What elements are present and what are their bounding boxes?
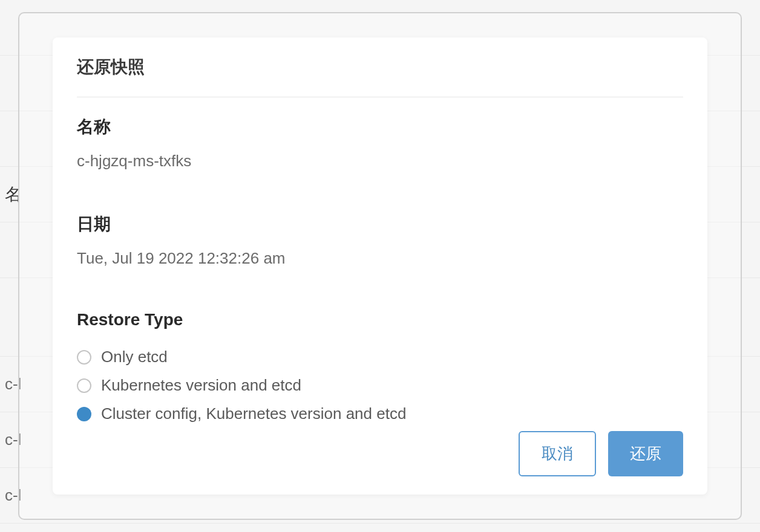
radio-icon-selected bbox=[77, 407, 91, 421]
radio-label: Kubernetes version and etcd bbox=[101, 376, 301, 395]
restore-type-section: Restore Type Only etcd Kubernetes versio… bbox=[77, 310, 683, 428]
modal-title: 还原快照 bbox=[77, 56, 683, 97]
radio-label: Only etcd bbox=[101, 348, 168, 366]
date-label: 日期 bbox=[77, 213, 683, 236]
radio-icon bbox=[77, 350, 91, 365]
restore-type-label: Restore Type bbox=[77, 310, 683, 329]
bg-row: c-hjgzq-rs-nwgm bbox=[0, 524, 760, 532]
radio-label: Cluster config, Kubernetes version and e… bbox=[101, 404, 406, 423]
cancel-button[interactable]: 取消 bbox=[519, 431, 596, 476]
name-label: 名称 bbox=[77, 115, 683, 138]
modal-footer: 取消 还原 bbox=[519, 431, 683, 476]
date-value: Tue, Jul 19 2022 12:32:26 am bbox=[77, 249, 683, 268]
restore-snapshot-modal: 还原快照 名称 c-hjgzq-ms-txfks 日期 Tue, Jul 19 … bbox=[53, 37, 707, 495]
restore-button[interactable]: 还原 bbox=[608, 431, 683, 476]
name-section: 名称 c-hjgzq-ms-txfks bbox=[77, 115, 683, 170]
date-section: 日期 Tue, Jul 19 2022 12:32:26 am bbox=[77, 213, 683, 268]
name-value: c-hjgzq-ms-txfks bbox=[77, 152, 683, 170]
radio-option-cluster-k8s-etcd[interactable]: Cluster config, Kubernetes version and e… bbox=[77, 400, 683, 428]
radio-option-k8s-etcd[interactable]: Kubernetes version and etcd bbox=[77, 371, 683, 400]
modal-overlay: 还原快照 名称 c-hjgzq-ms-txfks 日期 Tue, Jul 19 … bbox=[18, 12, 742, 520]
radio-icon bbox=[77, 378, 91, 393]
radio-option-only-etcd[interactable]: Only etcd bbox=[77, 343, 683, 371]
restore-type-radio-group: Only etcd Kubernetes version and etcd Cl… bbox=[77, 343, 683, 428]
